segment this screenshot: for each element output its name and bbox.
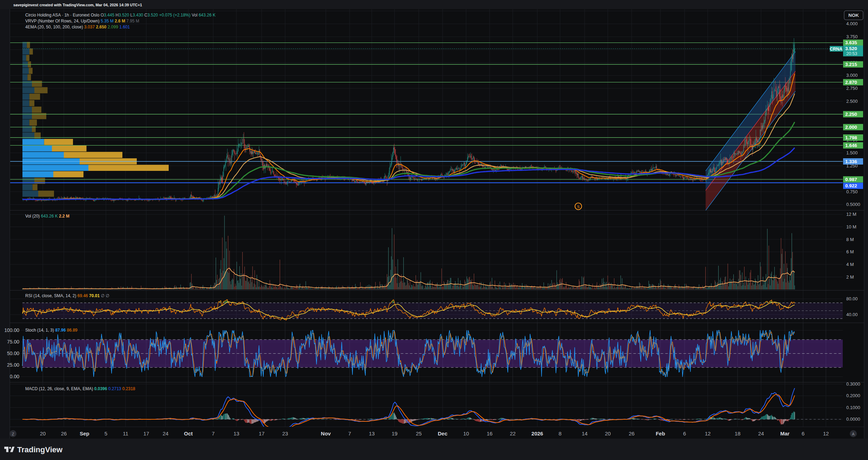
svg-text:Mar: Mar <box>780 431 790 436</box>
svg-text:20: 20 <box>605 431 611 436</box>
svg-text:12: 12 <box>823 431 829 436</box>
svg-text:3.520: 3.520 <box>845 46 857 51</box>
svg-text:0.0000: 0.0000 <box>846 416 860 422</box>
svg-text:0.922: 0.922 <box>845 183 857 188</box>
svg-text:Nov: Nov <box>321 431 331 436</box>
svg-text:1.646: 1.646 <box>845 143 857 148</box>
svg-text:Vol (20) 643.26 K 2.2 M: Vol (20) 643.26 K 2.2 M <box>25 214 69 219</box>
svg-text:100.00: 100.00 <box>4 327 19 333</box>
svg-text:24: 24 <box>163 431 169 436</box>
svg-text:8: 8 <box>559 431 561 436</box>
svg-text:24: 24 <box>758 431 764 436</box>
svg-text:5: 5 <box>105 431 107 436</box>
svg-text:0.3000: 0.3000 <box>846 381 860 387</box>
svg-text:Z: Z <box>12 432 14 436</box>
svg-text:12 M: 12 M <box>846 212 856 217</box>
svg-text:2.870: 2.870 <box>845 80 857 85</box>
svg-text:4.000: 4.000 <box>846 21 858 26</box>
svg-text:23: 23 <box>282 431 288 436</box>
svg-text:40.00: 40.00 <box>846 312 858 317</box>
svg-text:3.635: 3.635 <box>845 40 857 45</box>
svg-text:50.00: 50.00 <box>7 351 19 356</box>
svg-text:4 M: 4 M <box>846 262 854 267</box>
svg-text:Dec: Dec <box>438 431 448 436</box>
svg-text:0.1000: 0.1000 <box>846 405 860 410</box>
svg-text:MACD (12, 26, close, 9, EMA, E: MACD (12, 26, close, 9, EMA, EMA) 0.0396… <box>25 386 135 391</box>
svg-text:14: 14 <box>582 431 588 436</box>
svg-text:3.000: 3.000 <box>846 73 858 78</box>
svg-text:10: 10 <box>463 431 469 436</box>
svg-text:Oct: Oct <box>184 431 193 436</box>
svg-text:12: 12 <box>705 431 711 436</box>
svg-text:2.500: 2.500 <box>846 99 858 104</box>
svg-text:75.00: 75.00 <box>7 339 19 345</box>
svg-text:18: 18 <box>735 431 741 436</box>
svg-text:17: 17 <box>143 431 149 436</box>
svg-text:2026: 2026 <box>531 431 543 436</box>
svg-text:25: 25 <box>416 431 422 436</box>
svg-text:80.00: 80.00 <box>846 296 858 301</box>
svg-text:20:53: 20:53 <box>846 51 857 56</box>
svg-text:2 M: 2 M <box>846 274 854 280</box>
svg-text:13: 13 <box>234 431 240 436</box>
svg-text:6 M: 6 M <box>846 249 854 254</box>
svg-text:NOK: NOK <box>848 13 859 18</box>
svg-text:0.987: 0.987 <box>845 177 857 182</box>
svg-text:1.798: 1.798 <box>845 135 857 140</box>
svg-text:7: 7 <box>348 431 351 436</box>
svg-text:Sep: Sep <box>80 431 89 436</box>
svg-text:13: 13 <box>369 431 375 436</box>
svg-text:10 M: 10 M <box>846 224 856 229</box>
svg-text:11: 11 <box>123 431 128 436</box>
svg-text:3.750: 3.750 <box>846 34 858 39</box>
svg-text:A: A <box>852 432 855 436</box>
svg-text:0.00: 0.00 <box>10 374 19 379</box>
svg-text:7: 7 <box>212 431 215 436</box>
svg-text:0.750: 0.750 <box>846 189 858 194</box>
svg-text:22: 22 <box>510 431 516 436</box>
svg-text:8 M: 8 M <box>846 237 854 242</box>
svg-text:RSI (14, close, SMA, 14, 2) 69: RSI (14, close, SMA, 14, 2) 69.46 70.01 … <box>25 293 109 298</box>
svg-text:2.000: 2.000 <box>845 125 857 130</box>
svg-text:1.336: 1.336 <box>845 159 857 164</box>
svg-text:2.750: 2.750 <box>846 86 858 91</box>
svg-text:0.2000: 0.2000 <box>846 393 860 398</box>
svg-text:savepiginvest created with Tra: savepiginvest created with TradingView.c… <box>13 3 142 7</box>
svg-text:26: 26 <box>629 431 635 436</box>
svg-text:25.00: 25.00 <box>7 362 19 368</box>
svg-text:6: 6 <box>802 431 805 436</box>
svg-text:S: S <box>577 204 579 209</box>
svg-text:2.250: 2.250 <box>845 112 857 117</box>
svg-text:1.500: 1.500 <box>846 150 858 155</box>
svg-text:26: 26 <box>61 431 67 436</box>
svg-text:0.5000: 0.5000 <box>846 202 860 207</box>
svg-text:6: 6 <box>683 431 686 436</box>
svg-text:4EMA (20, 50, 100, 200, close): 4EMA (20, 50, 100, 200, close) 3.037 2.6… <box>25 25 130 29</box>
svg-text:20: 20 <box>40 431 46 436</box>
svg-text:19: 19 <box>392 431 398 436</box>
svg-text:3.215: 3.215 <box>845 62 857 67</box>
svg-text:Circio Holding ASA · 1h · Euro: Circio Holding ASA · 1h · Euronext Oslo … <box>25 13 215 18</box>
svg-text:Feb: Feb <box>656 431 665 436</box>
svg-text:VRVP (Number Of Rows, 24, Up/D: VRVP (Number Of Rows, 24, Up/Down) 5.35 … <box>25 19 139 24</box>
svg-text:CRNA: CRNA <box>830 47 842 52</box>
svg-text:Stoch (14, 1, 3) 87.96 86.89: Stoch (14, 1, 3) 87.96 86.89 <box>25 328 78 333</box>
svg-text:16: 16 <box>487 431 493 436</box>
svg-text:TradingView: TradingView <box>17 445 63 454</box>
svg-text:17: 17 <box>259 431 265 436</box>
